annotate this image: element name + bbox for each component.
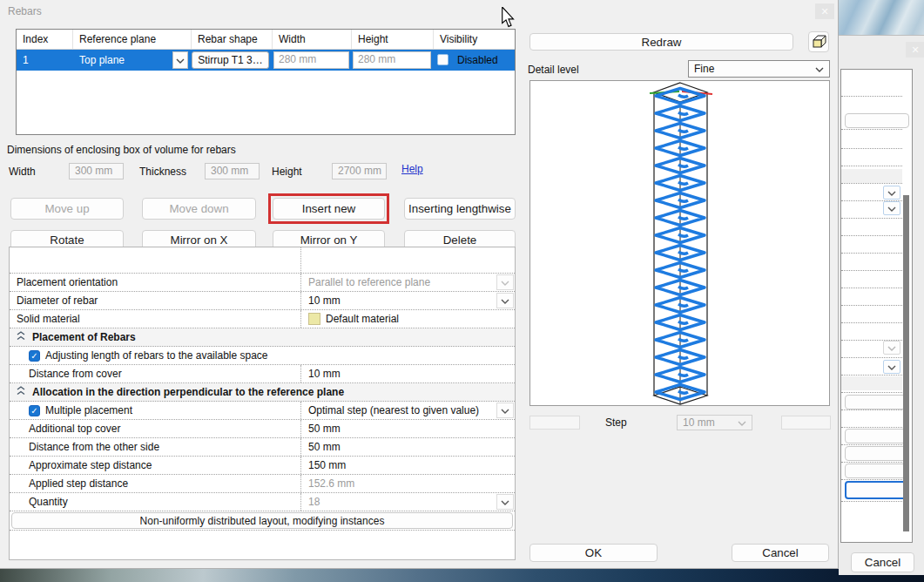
cell-reference-plane: Top plane bbox=[73, 50, 169, 71]
solid-view-cube-icon[interactable] bbox=[808, 31, 829, 52]
detail-level-label: Detail level bbox=[528, 64, 579, 76]
prop-row-distance-from-cover[interactable]: Distance from cover 10 mm bbox=[10, 365, 515, 383]
prop-value[interactable]: 10 mm bbox=[300, 365, 515, 382]
help-link[interactable]: Help bbox=[401, 163, 423, 175]
bg-row-divider bbox=[841, 148, 902, 149]
prop-value: 152.6 mm bbox=[300, 475, 515, 492]
bg-row-divider bbox=[841, 253, 902, 254]
column-header-height[interactable]: Height bbox=[352, 30, 434, 49]
bg-field bbox=[845, 464, 909, 478]
prop-row-approximate-step[interactable]: Approximate step distance 150 mm bbox=[10, 457, 515, 475]
redraw-button[interactable]: Redraw bbox=[529, 33, 793, 51]
prop-label: Adjusting length of rebars to the availa… bbox=[45, 349, 268, 362]
collapse-icon[interactable] bbox=[17, 331, 25, 343]
background-window-close-icon[interactable]: ✕ bbox=[906, 42, 924, 58]
step-dropdown: 10 mm bbox=[677, 415, 752, 430]
prop-label: Placement orientation bbox=[10, 274, 300, 291]
section-placement-of-rebars[interactable]: Placement of Rebars bbox=[10, 328, 515, 347]
inserting-lengthwise-button[interactable]: Inserting lengthwise bbox=[404, 198, 516, 220]
chevron-down-icon[interactable] bbox=[883, 201, 900, 215]
column-header-visibility[interactable]: Visibility bbox=[434, 30, 515, 49]
width-field[interactable]: 280 mm bbox=[273, 51, 349, 69]
bg-row-divider bbox=[841, 392, 902, 393]
cancel-button[interactable]: Cancel bbox=[732, 544, 829, 562]
move-up-button[interactable]: Move up bbox=[10, 198, 124, 220]
cube-icon bbox=[812, 35, 826, 49]
width-value: 300 mm bbox=[69, 163, 124, 179]
rebar-table: Index Reference plane Rebar shape Width … bbox=[16, 29, 516, 135]
bg-row-divider bbox=[841, 305, 902, 306]
height-field[interactable]: 280 mm bbox=[353, 51, 431, 69]
bg-row-divider bbox=[841, 375, 902, 376]
prop-row-non-uniform: Non-uniformly distributed layout, modify… bbox=[10, 511, 515, 531]
ok-button[interactable]: OK bbox=[529, 544, 658, 562]
visibility-checkbox[interactable] bbox=[437, 54, 449, 65]
rebar-shape-button[interactable]: Stirrup T1 3… bbox=[192, 51, 269, 69]
chevron-down-icon[interactable] bbox=[496, 403, 514, 418]
bg-section-band bbox=[841, 376, 902, 390]
bg-field bbox=[845, 395, 909, 409]
prop-row-solid-material[interactable]: Solid material Default material bbox=[10, 310, 515, 328]
height-label: Height bbox=[272, 166, 302, 178]
column-header-index[interactable]: Index bbox=[17, 30, 73, 49]
non-uniform-layout-button[interactable]: Non-uniformly distributed layout, modify… bbox=[11, 512, 513, 529]
dimensions-title: Dimensions of enclosing box of volume fo… bbox=[7, 144, 236, 156]
prop-row-additional-top-cover[interactable]: Additional top cover 50 mm bbox=[10, 420, 515, 438]
column-header-rebar-shape[interactable]: Rebar shape bbox=[192, 30, 273, 49]
prop-label: Additional top cover bbox=[10, 420, 300, 437]
prop-row-multiple-placement[interactable]: ✓ Multiple placement Optimal step (neare… bbox=[10, 402, 515, 420]
step-label: Step bbox=[605, 416, 627, 429]
prop-value[interactable]: 150 mm bbox=[300, 457, 515, 474]
step-value: 10 mm bbox=[683, 416, 715, 429]
bg-row-divider bbox=[841, 462, 902, 463]
reference-plane-dropdown[interactable] bbox=[172, 51, 188, 69]
adjusting-checkbox[interactable]: ✓ bbox=[29, 350, 40, 362]
multiple-placement-checkbox[interactable]: ✓ bbox=[29, 405, 40, 416]
prop-value[interactable]: 50 mm bbox=[300, 438, 515, 456]
section-title: Allocation in the direction perpendicula… bbox=[32, 386, 344, 398]
prop-row-diameter[interactable]: Diameter of rebar 10 mm bbox=[10, 292, 515, 310]
bg-row-divider bbox=[841, 357, 902, 358]
section-allocation[interactable]: Allocation in the direction perpendicula… bbox=[10, 383, 515, 402]
chevron-down-icon bbox=[815, 63, 824, 75]
move-down-button[interactable]: Move down bbox=[142, 198, 256, 220]
prop-value: 18 bbox=[300, 493, 496, 511]
step-right-field bbox=[781, 416, 831, 430]
prop-label: Multiple placement bbox=[45, 404, 132, 416]
prop-row-quantity[interactable]: Quantity 18 bbox=[10, 493, 515, 511]
prop-value[interactable]: Optimal step (nearest to given value) bbox=[300, 402, 496, 419]
bg-field-focused[interactable] bbox=[845, 481, 909, 499]
detail-level-value: Fine bbox=[694, 63, 714, 75]
bg-row-divider bbox=[841, 427, 902, 428]
section-title: Placement of Rebars bbox=[32, 331, 136, 343]
column-header-reference-plane[interactable]: Reference plane bbox=[73, 30, 192, 49]
bg-row-divider bbox=[841, 218, 902, 219]
column-header-width[interactable]: Width bbox=[273, 30, 352, 49]
prop-value[interactable]: Default material bbox=[300, 310, 515, 328]
chevron-down-icon bbox=[883, 341, 900, 355]
prop-label: Diameter of rebar bbox=[10, 292, 300, 309]
bg-row-divider bbox=[841, 200, 902, 201]
prop-row-placement-orientation[interactable]: Placement orientation Parallel to refere… bbox=[10, 274, 515, 292]
prop-value[interactable]: 10 mm bbox=[300, 292, 496, 309]
chevron-down-icon[interactable] bbox=[883, 186, 900, 200]
prop-row-empty bbox=[10, 247, 515, 274]
rebar-3d-preview[interactable] bbox=[529, 80, 830, 406]
prop-row-distance-other-side[interactable]: Distance from the other side 50 mm bbox=[10, 438, 515, 457]
chevron-down-icon[interactable] bbox=[496, 494, 514, 510]
close-icon[interactable]: ✕ bbox=[815, 3, 834, 19]
prop-row-adjusting-length[interactable]: ✓ Adjusting length of rebars to the avai… bbox=[10, 347, 515, 365]
chevron-down-icon bbox=[496, 274, 514, 290]
table-row-selected[interactable]: 1 Top plane Stirrup T1 3… 280 mm 280 mm … bbox=[17, 50, 515, 71]
bg-row-divider bbox=[841, 409, 902, 410]
insert-new-button[interactable]: Insert new bbox=[273, 198, 385, 220]
chevron-down-icon[interactable] bbox=[496, 293, 514, 308]
background-cancel-button[interactable]: Cancel bbox=[851, 552, 914, 572]
detail-level-dropdown[interactable]: Fine bbox=[688, 60, 830, 78]
height-value: 2700 mm bbox=[332, 163, 387, 179]
collapse-icon[interactable] bbox=[17, 386, 25, 398]
prop-value[interactable]: 50 mm bbox=[300, 420, 515, 437]
bg-row-divider bbox=[841, 129, 902, 130]
scrollbar[interactable] bbox=[903, 195, 909, 531]
chevron-down-icon[interactable] bbox=[883, 360, 900, 374]
